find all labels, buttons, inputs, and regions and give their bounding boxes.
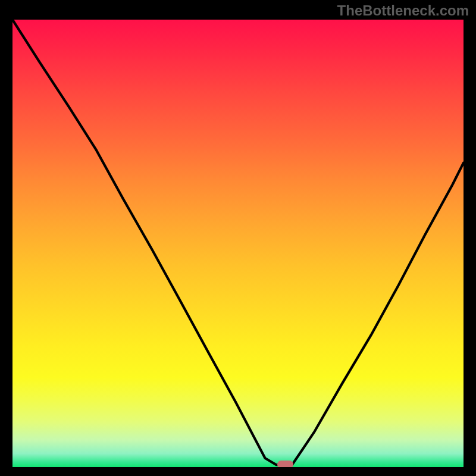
minimum-marker (277, 461, 293, 467)
watermark-text: TheBottleneck.com (337, 2, 469, 19)
plot-area (12, 20, 464, 467)
bottleneck-curve (12, 20, 464, 467)
